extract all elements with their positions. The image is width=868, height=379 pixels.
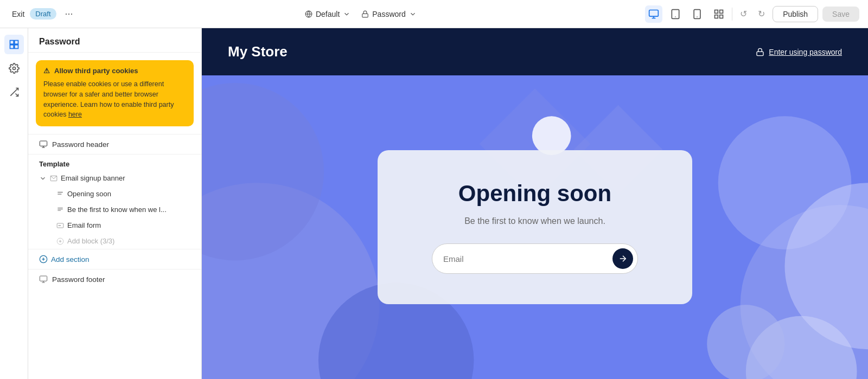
desktop-view-button[interactable] (645, 5, 662, 23)
sidebar-sections-button[interactable] (4, 35, 24, 54)
warning-icon: ⚠ (43, 67, 50, 75)
svg-rect-8 (694, 9, 700, 18)
password-footer-label: Password footer (52, 275, 105, 284)
desktop-icon (648, 9, 659, 20)
globe-icon (305, 10, 312, 18)
save-button[interactable]: Save (822, 7, 859, 22)
lock-icon-preview (756, 48, 764, 56)
mobile-view-button[interactable] (688, 5, 706, 23)
side-panel: Password ⚠ Allow third party cookies Ple… (28, 28, 202, 379)
svg-rect-16 (10, 45, 14, 49)
cookie-warning: ⚠ Allow third party cookies Please enabl… (36, 60, 194, 126)
lock-icon (361, 10, 369, 18)
redo-button[interactable]: ↻ (755, 5, 768, 22)
text-icon (56, 190, 64, 198)
enter-password-label: Enter using password (769, 48, 842, 56)
undo-button[interactable]: ↺ (737, 5, 750, 22)
email-form-item[interactable]: Email form (28, 217, 201, 233)
publish-button[interactable]: Publish (773, 6, 818, 22)
tablet-view-button[interactable] (667, 5, 684, 23)
email-signup-label: Email signup banner (61, 174, 125, 182)
sidebar-settings-button[interactable] (4, 59, 24, 78)
topbar-left: Exit Draft ··· (9, 7, 76, 21)
topbar-right: ↺ ↻ Publish Save (645, 5, 859, 23)
add-block-label: Add block (3/3) (67, 237, 114, 245)
apps-icon (9, 87, 20, 98)
svg-rect-14 (10, 41, 14, 44)
hero-subtitle: Be the first to know when we launch. (421, 216, 649, 226)
svg-rect-38 (40, 276, 47, 281)
svg-rect-10 (715, 10, 718, 13)
icon-sidebar (0, 28, 28, 379)
password-dropdown-button[interactable]: Password (361, 10, 416, 18)
extra-view-button[interactable] (710, 5, 727, 23)
svg-point-18 (12, 67, 15, 70)
envelope-icon (50, 175, 58, 182)
chevron-down-icon-3 (39, 175, 47, 182)
hero-section: Opening soon Be the first to know when w… (202, 75, 868, 379)
main-layout: Password ⚠ Allow third party cookies Ple… (0, 28, 868, 379)
cookie-warning-header: ⚠ Allow third party cookies (43, 67, 186, 75)
default-label: Default (316, 10, 340, 18)
email-input[interactable] (443, 254, 612, 264)
paragraph-icon (56, 206, 64, 214)
add-section-icon (39, 255, 48, 264)
svg-rect-11 (720, 10, 723, 13)
svg-rect-6 (672, 9, 679, 18)
tablet-icon (670, 9, 681, 20)
opening-soon-item[interactable]: Opening soon (28, 186, 201, 202)
password-footer-item[interactable]: Password footer (28, 269, 201, 289)
password-header-icon (39, 140, 48, 149)
email-submit-button[interactable] (612, 248, 633, 269)
cookie-warning-text: Please enable cookies or use a different… (43, 79, 186, 120)
panel-scroll: ⚠ Allow third party cookies Please enabl… (28, 53, 201, 379)
layout-icon (713, 9, 724, 20)
exit-label: Exit (12, 10, 24, 18)
add-block-button[interactable]: Add block (3/3) (28, 233, 201, 249)
email-signup-banner-item[interactable]: Email signup banner (28, 170, 201, 186)
panel-title: Password (28, 28, 201, 53)
sidebar-apps-button[interactable] (4, 82, 24, 102)
svg-rect-41 (757, 52, 763, 55)
mobile-icon (692, 9, 703, 20)
be-first-item[interactable]: Be the first to know when we l... (28, 202, 201, 217)
topbar-center: Default Password (82, 10, 640, 18)
password-label: Password (372, 10, 405, 18)
cookie-warning-title: Allow third party cookies (54, 67, 138, 75)
hero-title: Opening soon (421, 181, 649, 207)
draft-badge: Draft (30, 8, 56, 20)
topbar: Exit Draft ··· Default Password (0, 0, 868, 28)
form-icon (56, 222, 64, 229)
svg-rect-3 (649, 10, 659, 16)
svg-rect-15 (14, 41, 18, 44)
add-section-button[interactable]: Add section (28, 249, 201, 269)
opening-soon-label: Opening soon (67, 190, 111, 198)
hero-card: Opening soon Be the first to know when w… (378, 150, 692, 304)
email-form-label: Email form (67, 221, 101, 229)
password-header-label: Password header (52, 140, 109, 149)
exit-button[interactable]: Exit (9, 10, 24, 18)
be-first-label: Be the first to know when we l... (67, 205, 167, 214)
chevron-down-icon-2 (409, 10, 417, 18)
svg-point-51 (707, 305, 784, 379)
store-header: My Store Enter using password (202, 28, 868, 75)
chevron-down-icon (343, 10, 350, 18)
template-label: Template (28, 154, 201, 170)
password-header-item[interactable]: Password header (28, 134, 201, 154)
svg-rect-21 (40, 141, 47, 146)
arrow-right-icon (618, 254, 628, 264)
password-footer-icon (39, 275, 48, 284)
svg-rect-17 (14, 45, 18, 49)
svg-rect-12 (720, 15, 723, 18)
default-dropdown-button[interactable]: Default (305, 10, 350, 18)
settings-icon (9, 63, 20, 74)
svg-point-49 (532, 116, 571, 155)
add-block-icon (56, 237, 64, 245)
sections-icon (9, 39, 20, 50)
email-form-preview (432, 243, 638, 274)
divider (732, 8, 732, 21)
svg-rect-2 (362, 14, 368, 17)
enter-password-link[interactable]: Enter using password (756, 48, 842, 56)
more-options-button[interactable]: ··· (62, 7, 76, 21)
cookie-here-link[interactable]: here (68, 111, 82, 118)
